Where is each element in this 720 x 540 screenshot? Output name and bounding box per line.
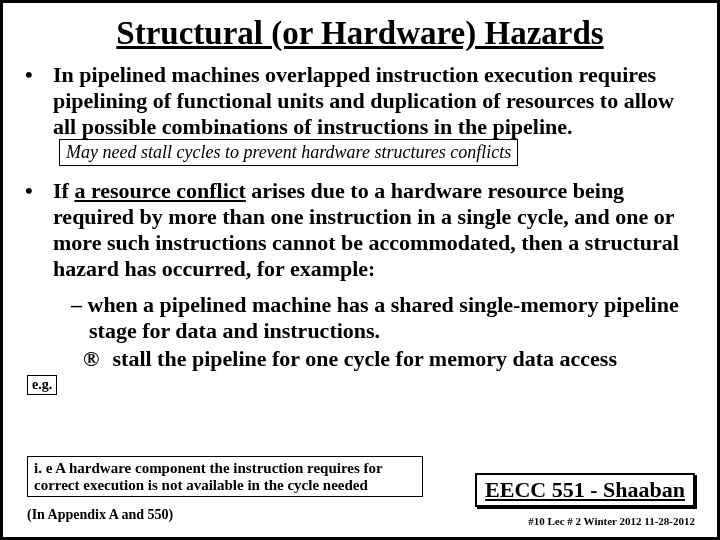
bullet-dot-icon: • [25, 62, 53, 168]
bottom-note-box: i. e A hardware component the instructio… [27, 456, 423, 497]
arrow-icon: ® [83, 346, 107, 372]
sub-bullet: – when a pipelined machine has a shared … [89, 292, 695, 344]
appendix-reference: (In Appendix A and 550) [27, 507, 173, 523]
bullet-2-pre: If [53, 178, 74, 203]
bullet-1-text: In pipelined machines overlapped instruc… [53, 62, 695, 168]
bullet-dot-icon: • [25, 178, 53, 282]
footer-meta: #10 Lec # 2 Winter 2012 11-28-2012 [528, 515, 695, 527]
course-label-box: EECC 551 - Shaaban [475, 473, 695, 507]
bullet-2: • If a resource conflict arises due to a… [25, 178, 695, 282]
bullet-1-body: In pipelined machines overlapped instruc… [53, 62, 674, 139]
eg-label-box: e.g. [27, 375, 57, 395]
bullet-1: • In pipelined machines overlapped instr… [25, 62, 695, 168]
slide: Structural (or Hardware) Hazards • In pi… [0, 0, 720, 540]
bullet-1-note-box: May need stall cycles to prevent hardwar… [59, 139, 518, 166]
bullet-2-underlined: a resource conflict [74, 178, 245, 203]
arrow-line: ® stall the pipeline for one cycle for m… [83, 346, 695, 372]
arrow-text: stall the pipeline for one cycle for mem… [107, 346, 617, 371]
bullet-2-text: If a resource conflict arises due to a h… [53, 178, 695, 282]
slide-title: Structural (or Hardware) Hazards [25, 15, 695, 52]
